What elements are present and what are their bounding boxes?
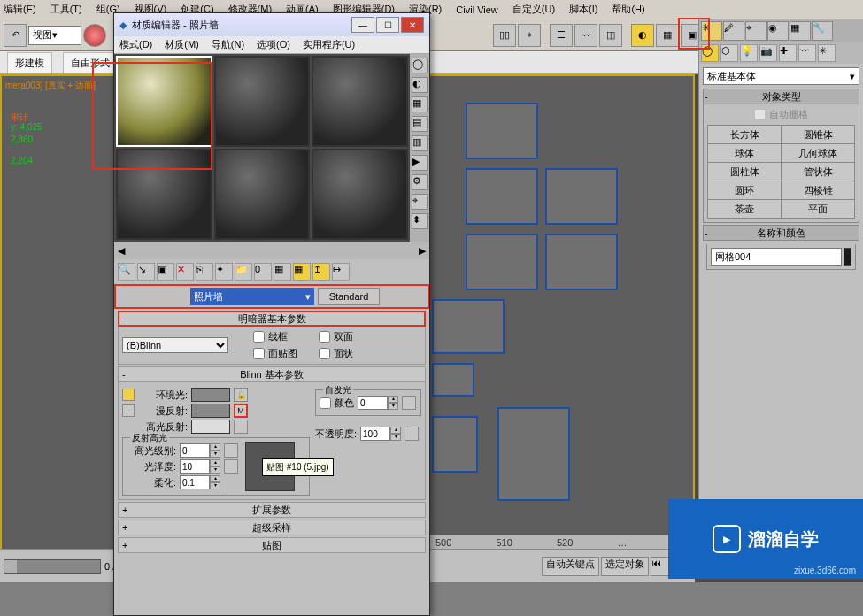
show-in-vp-button[interactable]: ▦ bbox=[274, 263, 291, 281]
mirror-button[interactable]: ⌖ bbox=[518, 24, 541, 47]
shader-params-header[interactable]: -明暗器基本参数 bbox=[118, 311, 426, 327]
material-slot-5[interactable] bbox=[214, 149, 311, 240]
lock-ambient-diffuse[interactable] bbox=[122, 389, 135, 401]
teapot-icon[interactable] bbox=[83, 24, 106, 47]
teapot-button[interactable]: 茶壶 bbox=[708, 200, 781, 218]
show-end-result-button[interactable]: ▦ bbox=[293, 263, 311, 281]
assign-to-sel-button[interactable]: ▣ bbox=[157, 263, 174, 281]
scene-object[interactable] bbox=[466, 234, 538, 290]
autokey-button[interactable]: 自动关键点 bbox=[542, 557, 599, 576]
close-button[interactable]: ✕ bbox=[401, 17, 424, 33]
menu-maxscript[interactable]: 脚本(I) bbox=[569, 3, 597, 16]
options-button[interactable]: ⚙ bbox=[412, 174, 428, 190]
faceted-checkbox[interactable] bbox=[319, 348, 330, 359]
object-type-header[interactable]: -对象类型 bbox=[703, 89, 859, 104]
select-by-mat-button[interactable]: ⌖ bbox=[412, 194, 428, 210]
tab-display[interactable]: ▦ bbox=[790, 21, 811, 41]
trackbar[interactable]: 500 510 520 … 700 bbox=[428, 535, 695, 549]
two-sided-checkbox[interactable] bbox=[319, 331, 330, 343]
material-name-field[interactable]: 照片墙▾ bbox=[190, 288, 314, 305]
cylinder-button[interactable]: 圆柱体 bbox=[708, 163, 781, 181]
face-map-checkbox[interactable] bbox=[253, 348, 265, 359]
geosphere-button[interactable]: 几何球体 bbox=[782, 144, 854, 162]
pyramid-button[interactable]: 四棱锥 bbox=[782, 181, 854, 199]
put-to-scene-button[interactable]: ↘ bbox=[137, 263, 155, 281]
tab-motion[interactable]: ◉ bbox=[767, 21, 789, 41]
spacewarps-icon[interactable]: 〰 bbox=[798, 44, 816, 62]
self-illum-map-button[interactable] bbox=[402, 396, 416, 410]
make-copy-button[interactable]: ⎘ bbox=[196, 263, 213, 281]
specular-map-button[interactable] bbox=[234, 420, 248, 434]
material-slot-1[interactable] bbox=[116, 56, 212, 147]
mat-menu-options[interactable]: 选项(O) bbox=[257, 38, 290, 51]
mat-menu-modes[interactable]: 模式(D) bbox=[119, 38, 152, 51]
curve-editor-button[interactable]: 〰 bbox=[574, 24, 597, 47]
schematic-button[interactable]: ◫ bbox=[599, 24, 622, 47]
ambient-swatch[interactable] bbox=[191, 388, 230, 402]
mat-map-nav-button[interactable]: ⬍ bbox=[412, 213, 428, 229]
lock-diffuse-spec[interactable] bbox=[122, 404, 135, 417]
mat-id-button[interactable]: 0 bbox=[254, 263, 272, 281]
menu-customize[interactable]: 自定义(U) bbox=[512, 3, 555, 16]
extended-params-header[interactable]: +扩展参数 bbox=[118, 502, 426, 518]
maximize-button[interactable]: ☐ bbox=[376, 17, 399, 33]
wire-checkbox[interactable] bbox=[253, 331, 265, 343]
maps-header[interactable]: +贴图 bbox=[118, 537, 426, 553]
tab-hierarchy[interactable]: ⌖ bbox=[745, 21, 767, 41]
shader-dropdown[interactable]: (B)Blinn bbox=[122, 337, 228, 353]
mat-menu-navigation[interactable]: 导航(N) bbox=[212, 38, 244, 51]
go-parent-button[interactable]: ↥ bbox=[312, 263, 330, 281]
specular-swatch[interactable] bbox=[191, 420, 230, 434]
material-slot-6[interactable] bbox=[312, 149, 408, 240]
goto-start-button[interactable]: ⏮ bbox=[651, 557, 670, 576]
object-color-swatch[interactable] bbox=[844, 248, 851, 266]
make-unique-button[interactable]: ✦ bbox=[215, 263, 233, 281]
cone-button[interactable]: 圆锥体 bbox=[782, 126, 854, 143]
self-illum-input[interactable] bbox=[358, 396, 388, 410]
mat-menu-material[interactable]: 材质(M) bbox=[165, 38, 199, 51]
systems-icon[interactable]: ✳ bbox=[818, 44, 836, 62]
scene-object[interactable] bbox=[497, 407, 570, 501]
key-filter-dropdown[interactable]: 选定对象 bbox=[601, 557, 649, 576]
ambient-lock-icon[interactable]: 🔒 bbox=[234, 388, 248, 402]
scene-object[interactable] bbox=[466, 103, 538, 159]
put-to-lib-button[interactable]: 📁 bbox=[235, 263, 252, 281]
sample-uv-button[interactable]: ▤ bbox=[412, 116, 428, 132]
gloss-input[interactable] bbox=[180, 459, 210, 474]
background-button[interactable]: ▦ bbox=[412, 96, 428, 112]
minimize-button[interactable]: — bbox=[351, 17, 374, 33]
material-slot-4[interactable] bbox=[116, 149, 212, 240]
helpers-icon[interactable]: ✚ bbox=[779, 44, 797, 62]
material-type-button[interactable]: Standard bbox=[318, 288, 380, 305]
soften-input[interactable] bbox=[180, 475, 210, 489]
diffuse-map-button[interactable]: M bbox=[234, 404, 248, 418]
material-slot-3[interactable] bbox=[312, 56, 408, 147]
tab-modify[interactable]: 🖉 bbox=[723, 21, 744, 41]
geometry-icon[interactable]: ◯ bbox=[701, 44, 719, 62]
go-forward-button[interactable]: ↦ bbox=[332, 263, 350, 281]
get-material-button[interactable]: 🔍 bbox=[118, 263, 135, 281]
material-editor-titlebar[interactable]: ◆ 材质编辑器 - 照片墙 — ☐ ✕ bbox=[114, 13, 429, 36]
lights-icon[interactable]: 💡 bbox=[740, 44, 758, 62]
opacity-input[interactable] bbox=[360, 427, 390, 441]
sample-type-button[interactable]: ◯ bbox=[412, 58, 428, 73]
ref-coord-dropdown[interactable]: 视图 ▾ bbox=[28, 26, 81, 45]
tube-button[interactable]: 管状体 bbox=[782, 163, 854, 181]
nav-right-icon[interactable]: ▶ bbox=[419, 245, 426, 257]
menu-help[interactable]: 帮助(H) bbox=[612, 3, 644, 16]
mat-menu-utilities[interactable]: 实用程序(U) bbox=[303, 38, 355, 51]
tab-utilities[interactable]: 🔧 bbox=[812, 21, 833, 41]
name-color-header[interactable]: -名称和颜色 bbox=[703, 225, 859, 241]
primitive-type-dropdown[interactable]: 标准基本体▾ bbox=[703, 67, 859, 85]
plane-button[interactable]: 平面 bbox=[782, 200, 854, 218]
blinn-params-header[interactable]: -Blinn 基本参数 bbox=[118, 366, 426, 382]
box-button[interactable]: 长方体 bbox=[708, 126, 781, 143]
menu-tools[interactable]: 工具(T) bbox=[50, 3, 82, 16]
reset-map-button[interactable]: ✕ bbox=[176, 263, 194, 281]
scene-object[interactable] bbox=[432, 299, 505, 354]
diffuse-swatch[interactable] bbox=[191, 404, 230, 418]
supersampling-header[interactable]: +超级采样 bbox=[118, 520, 426, 535]
material-slot-2[interactable] bbox=[214, 56, 311, 147]
scene-object[interactable] bbox=[545, 234, 618, 290]
scene-object[interactable] bbox=[466, 168, 538, 225]
